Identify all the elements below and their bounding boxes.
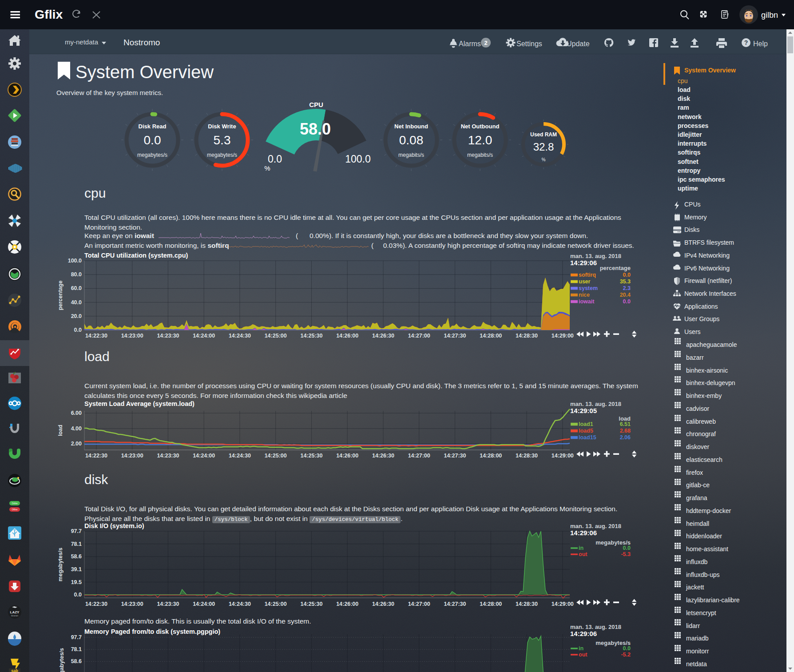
svg-text:4.00: 4.00 [71,425,82,432]
svg-text:58.6: 58.6 [71,553,82,560]
svg-text:14:29:00: 14:29:00 [552,333,574,339]
svg-text:14:24:30: 14:24:30 [229,601,251,607]
svg-text:2.00: 2.00 [71,441,82,447]
svg-text:man. 13. aug. 2018: man. 13. aug. 2018 [570,253,621,259]
svg-text:0.0: 0.0 [623,545,631,551]
svg-text:System Load Average (system.lo: System Load Average (system.load) [84,400,195,407]
svg-text:Memory Paged from/to disk (sys: Memory Paged from/to disk (system.pgpgio… [84,628,220,635]
svg-text:0.0: 0.0 [268,153,282,165]
svg-text:14:29:00: 14:29:00 [552,453,574,459]
svg-text:14:23:30: 14:23:30 [157,333,179,339]
svg-text:14:29:00: 14:29:00 [552,601,574,607]
svg-text:6.51: 6.51 [620,421,631,427]
svg-text:14:28:30: 14:28:30 [516,333,538,339]
svg-text:-5.3: -5.3 [621,551,631,557]
svg-text:Nostromo: Nostromo [123,38,160,47]
svg-text:14:22:30: 14:22:30 [85,333,107,339]
svg-text:14:25:00: 14:25:00 [265,601,287,607]
svg-text:0.0: 0.0 [623,645,631,652]
svg-text:out: out [579,652,588,658]
svg-text:14:23:30: 14:23:30 [157,453,179,459]
svg-text:Update: Update [567,40,590,48]
svg-text:78.1: 78.1 [71,541,82,547]
svg-text:Net Inbound: Net Inbound [394,123,428,130]
svg-text:my-netdata: my-netdata [65,38,99,46]
svg-text:14:28:00: 14:28:00 [480,333,502,339]
svg-text:in: in [579,645,584,652]
svg-text:14:26:30: 14:26:30 [372,601,394,607]
svg-text:0.0: 0.0 [144,133,161,147]
svg-text:load5: load5 [579,428,593,434]
svg-text:Alarms: Alarms [459,40,481,48]
svg-text:6.00: 6.00 [71,410,82,416]
svg-text:14:29:05: 14:29:05 [570,407,597,414]
svg-text:user: user [579,278,591,285]
svg-text:?: ? [744,39,748,46]
svg-text:14:28:30: 14:28:30 [516,601,538,607]
svg-text:megabytes/s: megabytes/s [59,648,65,672]
svg-text:14:25:30: 14:25:30 [300,453,322,459]
svg-text:in: in [579,545,584,551]
svg-text:78.1: 78.1 [71,646,82,652]
svg-text:0.0: 0.0 [74,592,82,598]
svg-text:14:27:30: 14:27:30 [444,453,466,459]
svg-text:35.3: 35.3 [620,278,631,285]
svg-text:%: % [264,164,270,172]
svg-text:gilbn: gilbn [761,11,778,20]
svg-text:14:23:00: 14:23:00 [121,333,143,339]
svg-text:14:26:30: 14:26:30 [372,333,394,339]
svg-text:97.7: 97.7 [71,528,82,534]
svg-text:39.1: 39.1 [71,566,82,573]
svg-text:Total CPU utilization (system.: Total CPU utilization (system.cpu) [84,252,188,259]
svg-text:60.0: 60.0 [71,285,82,291]
svg-text:40.0: 40.0 [71,299,82,306]
svg-text:Used RAM: Used RAM [530,131,557,138]
svg-text:CPU: CPU [309,101,323,108]
svg-text:load15: load15 [579,434,596,441]
svg-text:14:27:00: 14:27:00 [408,453,430,459]
svg-text:14:24:00: 14:24:00 [193,333,215,339]
svg-text:0.0: 0.0 [623,298,631,305]
svg-text:Settings: Settings [516,40,542,48]
svg-text:14:25:00: 14:25:00 [265,453,287,459]
svg-text:12.0: 12.0 [468,133,492,147]
svg-text:14:24:30: 14:24:30 [229,453,251,459]
svg-text:58.6: 58.6 [71,658,82,664]
svg-text:2.3: 2.3 [623,285,631,291]
svg-text:nice: nice [579,292,590,298]
svg-text:20.4: 20.4 [620,292,631,298]
svg-text:load: load [57,425,64,436]
svg-text:5.3: 5.3 [214,133,231,147]
svg-text:14:26:00: 14:26:00 [336,453,358,459]
svg-text:14:25:00: 14:25:00 [265,333,287,339]
svg-text:system: system [579,285,598,291]
svg-text:%: % [542,157,546,162]
svg-text:14:24:00: 14:24:00 [193,453,215,459]
svg-text:out: out [579,551,588,557]
svg-text:0.0: 0.0 [623,272,631,278]
svg-text:14:26:00: 14:26:00 [336,601,358,607]
svg-text:megabytes/s: megabytes/s [137,152,167,158]
svg-text:Net Outbound: Net Outbound [461,123,500,130]
svg-text:58.0: 58.0 [300,120,331,138]
svg-text:80.0: 80.0 [71,271,82,278]
svg-text:megabits/s: megabits/s [467,152,493,158]
svg-text:man. 13. aug. 2018: man. 13. aug. 2018 [570,401,621,407]
svg-text:Gflix: Gflix [35,7,63,21]
svg-text:iowait: iowait [579,298,595,305]
svg-text:14:26:00: 14:26:00 [336,333,358,339]
svg-text:megabytes/s: megabytes/s [207,152,237,158]
svg-text:14:25:30: 14:25:30 [300,333,322,339]
svg-text:2.68: 2.68 [620,428,631,434]
svg-text:14:24:30: 14:24:30 [229,333,251,339]
svg-text:14:25:30: 14:25:30 [300,601,322,607]
svg-text:14:28:00: 14:28:00 [480,601,502,607]
svg-text:20.0: 20.0 [71,313,82,319]
svg-text:load1: load1 [579,421,593,427]
svg-text:14:27:00: 14:27:00 [408,333,430,339]
svg-text:2.06: 2.06 [620,434,631,441]
svg-text:14:23:00: 14:23:00 [121,453,143,459]
svg-text:Disk Write: Disk Write [208,123,236,130]
svg-text:14:26:30: 14:26:30 [372,453,394,459]
svg-text:14:28:30: 14:28:30 [516,453,538,459]
